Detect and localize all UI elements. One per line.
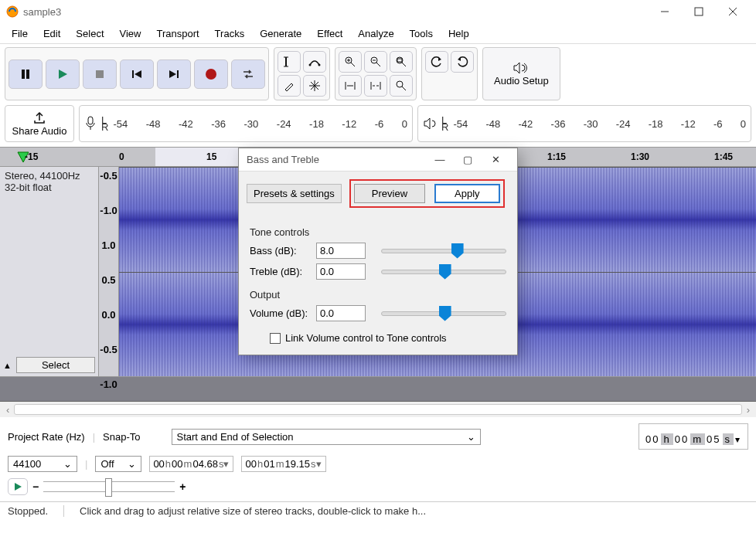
transport-toolbar: Audio Setup	[0, 43, 756, 104]
horizontal-scrollbar[interactable]: ‹ ›	[0, 402, 756, 417]
svg-marker-39	[15, 483, 22, 491]
snap-to-combo[interactable]: Off⌄	[95, 456, 141, 472]
menu-edit[interactable]: Edit	[36, 25, 67, 42]
output-section-label: Output	[250, 289, 506, 301]
menu-help[interactable]: Help	[441, 25, 476, 42]
presets-settings-button[interactable]: Presets & settings	[247, 184, 342, 203]
multi-tool-icon[interactable]	[303, 75, 326, 97]
playback-meter[interactable]: LR -54-48-42-36-30-24-18-12-60	[417, 105, 751, 142]
svg-rect-37	[88, 117, 93, 124]
draw-tool-icon[interactable]	[278, 75, 301, 97]
menu-tools[interactable]: Tools	[403, 25, 440, 42]
dialog-minimize-button[interactable]: —	[426, 154, 454, 165]
apply-button[interactable]: Apply	[434, 184, 500, 203]
record-button[interactable]	[194, 59, 228, 89]
treble-label: Treble (dB):	[250, 266, 310, 277]
meters-row: Share Audio LR -54-48-42-36-30-24-18-12-…	[0, 104, 756, 147]
time-position-display[interactable]: 00h00m05s▾	[639, 423, 748, 450]
fit-selection-icon[interactable]	[390, 51, 413, 73]
menu-analyze[interactable]: Analyze	[351, 25, 400, 42]
playback-speed-slider[interactable]	[43, 481, 175, 492]
play-at-speed-button[interactable]	[8, 478, 28, 495]
loop-button[interactable]	[231, 59, 265, 89]
meter-ticks: -54-48-42-36-30-24-18-12-60	[453, 118, 746, 130]
menu-select[interactable]: Select	[69, 25, 111, 42]
selection-end-display[interactable]: 00h01m19.15s▾	[241, 456, 325, 472]
treble-slider[interactable]	[381, 270, 506, 274]
volume-slider[interactable]	[381, 311, 506, 316]
redo-icon[interactable]	[451, 51, 474, 73]
svg-marker-10	[135, 70, 141, 78]
svg-marker-7	[59, 70, 67, 79]
mic-icon	[84, 116, 97, 131]
record-meter[interactable]: LR -54-48-42-36-30-24-18-12-60	[79, 105, 413, 142]
menu-generate[interactable]: Generate	[253, 25, 308, 42]
track-panel[interactable]: Stereo, 44100Hz 32-bit float ▲ Select	[0, 167, 99, 376]
selection-toolbar: Project Rate (Hz) | Snap-To Start and En…	[0, 417, 756, 501]
tone-section-label: Tone controls	[250, 226, 506, 238]
zoom-in-icon[interactable]	[339, 51, 362, 73]
menu-effect[interactable]: Effect	[310, 25, 349, 42]
audio-setup-button[interactable]: Audio Setup	[482, 47, 560, 100]
undo-icon[interactable]	[425, 51, 448, 73]
skip-start-button[interactable]	[120, 59, 154, 89]
window-title: sample3	[23, 6, 648, 18]
scroll-thumb[interactable]	[14, 404, 741, 415]
share-audio-label: Share Audio	[12, 125, 67, 137]
menu-transport[interactable]: Transport	[149, 25, 206, 42]
link-volume-checkbox[interactable]: Link Volume control to Tone controls	[270, 332, 506, 344]
selection-tool-icon[interactable]	[278, 51, 301, 73]
titlebar: sample3	[0, 0, 756, 23]
project-rate-combo[interactable]: 44100⌄	[8, 456, 77, 472]
zoom-toggle-icon[interactable]	[390, 75, 413, 97]
minimize-button[interactable]	[648, 1, 682, 22]
pause-button[interactable]	[9, 59, 43, 89]
close-button[interactable]	[716, 1, 750, 22]
audio-setup-label: Audio Setup	[494, 75, 549, 87]
checkbox-icon	[270, 333, 281, 344]
collapse-icon[interactable]: ▲	[3, 361, 12, 370]
menu-view[interactable]: View	[113, 25, 148, 42]
svg-rect-9	[132, 70, 134, 78]
svg-line-28	[376, 63, 380, 66]
menu-file[interactable]: File	[5, 25, 35, 42]
track-select-button[interactable]: Select	[16, 357, 95, 373]
dialog-close-button[interactable]: ✕	[482, 154, 509, 165]
play-button[interactable]	[46, 59, 80, 89]
menu-tracks[interactable]: Tracks	[208, 25, 252, 42]
svg-point-13	[206, 69, 216, 80]
svg-line-31	[402, 63, 406, 66]
volume-input[interactable]	[316, 305, 366, 321]
share-icon	[32, 111, 46, 124]
svg-rect-2	[695, 8, 703, 15]
zoom-out-icon[interactable]	[364, 51, 387, 73]
highlighted-buttons: Preview Apply	[349, 179, 505, 208]
svg-marker-36	[458, 57, 461, 61]
skip-end-button[interactable]	[157, 59, 191, 89]
stop-button[interactable]	[83, 59, 117, 89]
ruler-selection	[155, 148, 240, 166]
bass-input[interactable]	[316, 243, 366, 259]
project-rate-label: Project Rate (Hz)	[8, 431, 85, 443]
svg-rect-5	[22, 70, 25, 79]
status-hint: Click and drag to adjust relative size o…	[63, 505, 748, 517]
status-bar: Stopped. Click and drag to adjust relati…	[0, 501, 756, 520]
chevron-down-icon: ⌄	[63, 458, 72, 470]
dialog-titlebar[interactable]: Bass and Treble — ▢ ✕	[239, 148, 517, 172]
scroll-right-icon[interactable]: ›	[747, 404, 750, 416]
preview-button[interactable]: Preview	[354, 184, 425, 203]
dialog-maximize-button[interactable]: ▢	[454, 154, 482, 165]
share-audio-button[interactable]: Share Audio	[5, 105, 74, 142]
bass-slider[interactable]	[381, 249, 506, 253]
selection-mode-combo[interactable]: Start and End of Selection⌄	[172, 429, 481, 445]
maximize-button[interactable]	[682, 1, 716, 22]
selection-start-display[interactable]: 00h00m04.68s▾	[149, 456, 233, 472]
envelope-tool-icon[interactable]	[303, 51, 326, 73]
track-info: Stereo, 44100Hz 32-bit float	[0, 167, 98, 196]
bass-label: Bass (dB):	[250, 245, 310, 256]
app-logo-icon	[6, 5, 19, 18]
treble-input[interactable]	[316, 263, 366, 280]
trim-icon[interactable]	[339, 75, 362, 97]
scroll-left-icon[interactable]: ‹	[6, 404, 9, 416]
silence-icon[interactable]	[364, 75, 387, 97]
